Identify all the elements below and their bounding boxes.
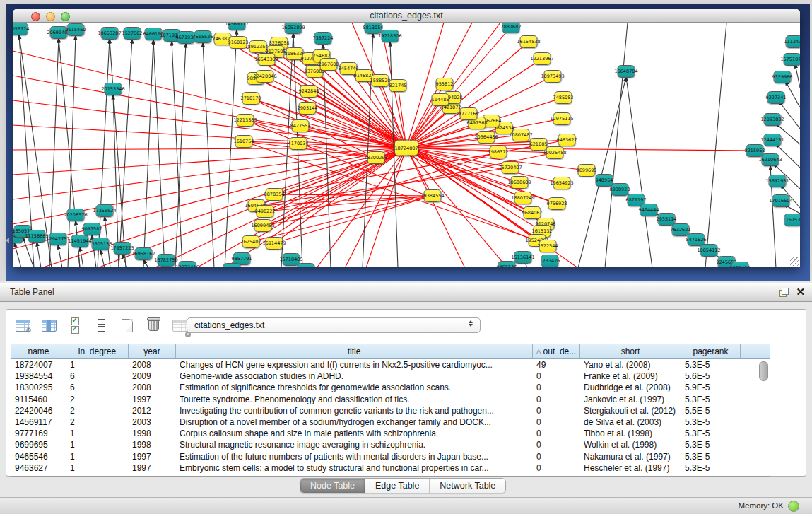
- graph-node[interactable]: 17957223: [114, 242, 131, 255]
- graph-node[interactable]: 19654923: [553, 177, 571, 189]
- table-cell[interactable]: 9699695: [11, 440, 66, 450]
- table-cell[interactable]: 0: [533, 452, 580, 462]
- graph-node[interactable]: 16210643: [762, 153, 779, 166]
- graph-node[interactable]: 22420046: [257, 70, 274, 83]
- graph-node[interactable]: 9474444: [640, 204, 658, 216]
- graph-node[interactable]: 1841923: [298, 263, 315, 267]
- graph-node[interactable]: 9756928: [548, 197, 566, 210]
- table-cell[interactable]: 1: [66, 452, 129, 462]
- graph-node[interactable]: 1112435: [786, 35, 801, 48]
- graph-node[interactable]: 12975115: [553, 112, 571, 125]
- graph-node[interactable]: 4055724: [13, 23, 28, 35]
- table-cell[interactable]: 1: [66, 463, 129, 473]
- tab-node-table[interactable]: Node Table: [300, 479, 365, 493]
- graph-node[interactable]: 1527602: [124, 27, 141, 40]
- table-cell[interactable]: 5.3E-5: [681, 417, 741, 427]
- graph-node[interactable]: 9699695: [578, 164, 596, 177]
- table-cell[interactable]: Estimation of the future numbers of pati…: [176, 452, 533, 462]
- graph-node[interactable]: 12213383: [237, 114, 254, 127]
- graph-node[interactable]: 114485: [432, 93, 449, 106]
- table-cell[interactable]: 5.3E-5: [681, 440, 741, 450]
- table-cell[interactable]: 1998: [129, 428, 176, 438]
- table-cell[interactable]: 2003: [129, 417, 176, 427]
- graph-node[interactable]: 2967608: [320, 58, 338, 71]
- graph-node[interactable]: 7632621: [672, 223, 690, 236]
- table-row[interactable]: 1872400712008Changes of HCN gene express…: [11, 359, 770, 370]
- network-window-titlebar[interactable]: citations_edges.txt: [13, 9, 800, 23]
- table-cell[interactable]: 0: [533, 371, 580, 381]
- graph-node[interactable]: 17016504: [772, 194, 790, 207]
- column-header-title[interactable]: title: [176, 344, 533, 358]
- graph-node[interactable]: 621605: [530, 138, 548, 151]
- table-cell[interactable]: 2: [66, 395, 129, 404]
- table-cell[interactable]: 2: [66, 406, 129, 416]
- vertical-scrollbar-thumb[interactable]: [759, 361, 768, 381]
- table-cell[interactable]: 19384554: [11, 371, 66, 381]
- table-cell[interactable]: Nakamura et al. (1997): [580, 452, 681, 462]
- graph-node[interactable]: 9465546: [498, 261, 516, 267]
- graph-node[interactable]: 16053809: [285, 23, 302, 34]
- graph-node[interactable]: 8912354: [249, 40, 267, 53]
- graph-node[interactable]: 16648784: [618, 65, 635, 78]
- table-source-select[interactable]: citations_edges.txt: [187, 317, 481, 333]
- graph-node[interactable]: 9329966: [774, 71, 792, 83]
- graph-node[interactable]: 1610754: [235, 135, 253, 148]
- column-header-short[interactable]: short: [580, 344, 681, 358]
- table-cell[interactable]: 5.5E-5: [681, 406, 741, 416]
- table-cell[interactable]: 49: [533, 360, 580, 370]
- graph-node[interactable]: 12444151: [764, 134, 782, 146]
- table-cell[interactable]: 6: [66, 382, 129, 392]
- graph-node[interactable]: 9242848: [300, 85, 318, 98]
- table-cell[interactable]: Yano et al. (2008): [580, 360, 681, 370]
- graph-node[interactable]: 821745: [389, 79, 407, 92]
- close-panel-icon[interactable]: ✕: [796, 286, 805, 298]
- graph-node[interactable]: 7357224: [314, 32, 332, 45]
- graph-node[interactable]: 18724007: [394, 140, 418, 156]
- graph-node[interactable]: 9498222: [257, 205, 274, 218]
- graph-node[interactable]: 8938923: [611, 183, 629, 196]
- graph-node[interactable]: 8215958: [746, 144, 764, 157]
- table-cell[interactable]: 2: [66, 417, 129, 427]
- graph-node[interactable]: 19218506: [382, 30, 399, 42]
- column-header-name[interactable]: name: [11, 344, 66, 358]
- table-cell[interactable]: 1: [66, 428, 129, 438]
- resize-grip-icon[interactable]: [790, 257, 799, 266]
- table-row[interactable]: 969969511998Structural magnetic resonanc…: [11, 439, 770, 450]
- graph-node[interactable]: 11451944: [71, 235, 89, 247]
- table-cell[interactable]: 5.9E-5: [681, 382, 741, 392]
- tab-network-table[interactable]: Network Table: [430, 479, 505, 493]
- graph-node[interactable]: 14569117: [228, 23, 246, 30]
- graph-node[interactable]: 2887682: [502, 23, 520, 33]
- table-cell[interactable]: 0: [533, 417, 580, 427]
- table-cell[interactable]: 18300295: [11, 382, 66, 392]
- float-window-icon[interactable]: [779, 288, 789, 297]
- tab-edge-table[interactable]: Edge Table: [365, 479, 430, 493]
- table-row[interactable]: 2242004622012Investigating the contribut…: [11, 405, 770, 416]
- table-cell[interactable]: Embryonic stem cells: a model to study s…: [176, 463, 533, 473]
- graph-node[interactable]: 2718170: [242, 92, 260, 105]
- table-row[interactable]: 1830029562008Estimation of significance …: [11, 382, 770, 393]
- graph-node[interactable]: 9227341: [767, 91, 785, 104]
- table-row[interactable]: 1938455462009Genome-wide association stu…: [11, 370, 770, 382]
- graph-node[interactable]: 8813054: [365, 23, 382, 34]
- graph-node[interactable]: 12942757: [49, 233, 67, 245]
- graph-node[interactable]: 12213967: [534, 52, 551, 65]
- table-cell[interactable]: 1997: [129, 452, 176, 462]
- table-row[interactable]: 946362711997Embryonic stem cells: a mode…: [11, 462, 770, 474]
- table-cell[interactable]: 5.3E-5: [681, 452, 741, 462]
- graph-node[interactable]: 16099483: [254, 219, 272, 232]
- graph-node[interactable]: 10025488: [546, 146, 564, 159]
- table-cell[interactable]: Estimation of significance thresholds fo…: [176, 382, 533, 392]
- table-cell[interactable]: 2008: [129, 360, 176, 370]
- row-height-icon[interactable]: [92, 316, 110, 334]
- graph-node[interactable]: 15136141: [514, 251, 532, 264]
- graph-node[interactable]: 16914479: [266, 237, 283, 250]
- graph-node[interactable]: 17359924: [96, 204, 114, 217]
- graph-node[interactable]: 1361408: [731, 262, 749, 267]
- table-cell[interactable]: 5.6E-5: [681, 371, 741, 381]
- table-cell[interactable]: 0: [533, 440, 580, 450]
- table-cell[interactable]: 1998: [129, 440, 176, 450]
- column-header-pagerank[interactable]: pagerank: [681, 344, 741, 358]
- table-cell[interactable]: de Silva et al. (2003): [580, 417, 681, 427]
- table-cell[interactable]: 0: [533, 463, 580, 473]
